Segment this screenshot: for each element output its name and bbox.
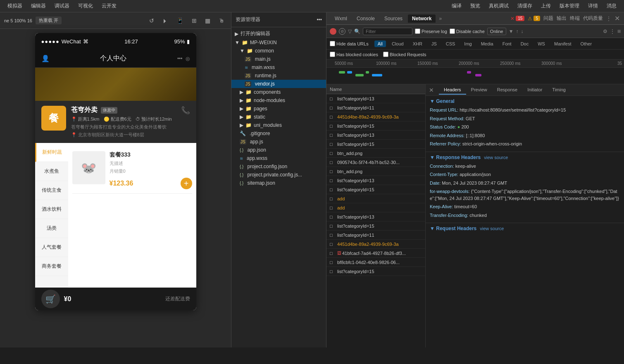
filter-tag-js[interactable]: JS (428, 40, 440, 47)
tree-pages[interactable]: ▶ 📁 pages (231, 105, 326, 113)
request-headers-title[interactable]: Request Headers (430, 226, 476, 231)
throttle-down-icon[interactable]: ▼ (509, 29, 514, 34)
filter-tag-img[interactable]: Img (461, 40, 475, 47)
cart-icon[interactable]: 🛒 (41, 290, 60, 308)
tree-vendor-js[interactable]: JS vendor.js (231, 80, 326, 88)
more-tabs-icon[interactable]: » (437, 16, 444, 21)
menu-debugger[interactable]: 调试器 (51, 0, 73, 12)
close-devtools-btn[interactable]: ✕ (614, 14, 620, 22)
menu-compile[interactable]: 编译 (448, 0, 465, 12)
tree-app-json[interactable]: {.} app.json (231, 146, 326, 154)
network-row[interactable]: □ add (326, 203, 425, 212)
filter-tag-font[interactable]: Font (499, 40, 515, 47)
issues-btn[interactable]: 问题 (543, 15, 553, 22)
menu-editor[interactable]: 编辑器 (28, 0, 49, 12)
online-btn[interactable]: Online (487, 28, 506, 35)
h-tab-headers[interactable]: Headers (439, 86, 466, 95)
output-btn[interactable]: 输出 (557, 15, 567, 22)
more-icon[interactable]: ••• (177, 56, 183, 62)
network-row[interactable]: □ list?categoryId=13 (326, 176, 425, 185)
filter-tag-xhr[interactable]: XHR (410, 40, 426, 47)
project-root[interactable]: ▼ 📁 MP-WEIXIN (231, 38, 326, 47)
cat-popular[interactable]: 人气套餐 (35, 238, 68, 257)
filter-input[interactable] (363, 28, 412, 35)
terminal-btn[interactable]: 终端 (570, 15, 580, 22)
network-row[interactable]: □ btn_add.png (326, 167, 425, 176)
menu-real-debug[interactable]: 真机调试 (486, 0, 512, 12)
cat-staple[interactable]: 传统主食 (35, 181, 68, 200)
tree-main-js[interactable]: JS main.js (231, 55, 326, 63)
more-controls-icon[interactable]: ⋮ (610, 29, 615, 34)
hide-data-urls-checkbox[interactable]: Hide data URLs (330, 41, 369, 46)
network-row[interactable]: □ 🖼 41bfcacf-7ad4-4927-8b26-df3... (326, 249, 425, 258)
menu-detail[interactable]: 详情 (585, 0, 601, 12)
network-row[interactable]: □ 4451d4be-89a2-4939-9c69-3a (326, 112, 425, 121)
cat-soup[interactable]: 汤类 (35, 219, 68, 238)
scan-icon[interactable]: ◎ (186, 56, 190, 62)
network-row[interactable]: □ list?categoryId=11 (326, 231, 425, 240)
tree-app-js[interactable]: JS app.js (231, 138, 326, 146)
cat-fresh-veg[interactable]: 新鲜时蔬 (35, 143, 68, 162)
filter-tag-css[interactable]: CSS (443, 40, 459, 47)
close-request-btn[interactable]: ✕ (426, 87, 437, 93)
file-panel-more[interactable]: ••• (317, 17, 322, 23)
devtools-tab-wxml[interactable]: Wxml (331, 14, 351, 23)
tree-gitignore[interactable]: 🔧 .gitignore (231, 129, 326, 138)
menu-upload[interactable]: 上传 (538, 0, 554, 12)
tree-sitemap[interactable]: {.} sitemap.json (231, 179, 326, 187)
opened-editors-section[interactable]: ▶ 打开的编辑器 (231, 29, 326, 38)
back-icon[interactable]: 👤 (41, 55, 50, 62)
phone-icon[interactable]: 📞 (181, 106, 190, 115)
network-row[interactable]: □ 4451d4be-89a2-4939-9c69-3a (326, 240, 425, 249)
phone-btn[interactable]: 📱 (174, 16, 186, 25)
network-row[interactable]: □ list?categoryId=13 (326, 131, 425, 140)
search-icon[interactable]: 🔍 (354, 29, 360, 34)
h-tab-response[interactable]: Response (492, 86, 523, 95)
split-btn[interactable]: ⊞ (189, 16, 199, 25)
h-tab-initiator[interactable]: Initiator (522, 86, 547, 95)
tree-runtime-js[interactable]: JS runtime.js (231, 71, 326, 80)
menu-cloud[interactable]: 云开发 (98, 0, 120, 12)
menu-message[interactable]: 消息 (603, 0, 620, 12)
network-row[interactable]: □ add (326, 194, 425, 203)
settings-icon[interactable]: ⚙ (603, 29, 607, 34)
network-row[interactable]: □ list?categoryId=15 (326, 185, 425, 194)
menu-simulator[interactable]: 模拟器 (4, 0, 26, 12)
devtools-tab-network[interactable]: Network (408, 14, 436, 23)
more-menu-icon[interactable]: ⋮ (606, 16, 611, 21)
filter-tag-ws[interactable]: WS (534, 40, 548, 47)
tree-project-private[interactable]: {.} project.private.config.js... (231, 171, 326, 179)
devtools-tab-sources[interactable]: Sources (380, 14, 407, 23)
filter-tag-other[interactable]: Other (577, 40, 595, 47)
network-row[interactable]: □ 0905743c-5f74-4b7f-bc52-30... (326, 158, 425, 167)
refresh-btn[interactable]: ↺ (147, 16, 157, 25)
network-row[interactable]: □ btn_add.png (326, 149, 425, 158)
devtools-tab-console[interactable]: Console (352, 14, 379, 23)
menu-visualize[interactable]: 可视化 (75, 0, 96, 12)
quality-btn[interactable]: 代码质量 (583, 15, 603, 22)
tree-common[interactable]: ▼ 📁 common (231, 47, 326, 55)
grid-btn[interactable]: ▦ (202, 16, 213, 25)
filter-tag-manifest[interactable]: Manifest (551, 40, 575, 47)
network-row[interactable]: □ list?categoryId=11 (326, 103, 425, 112)
h-tab-preview[interactable]: Preview (466, 86, 492, 95)
filter-tag-all[interactable]: All (374, 40, 386, 47)
add-to-cart-btn[interactable]: + (181, 178, 192, 189)
play-btn[interactable]: ⏵ (160, 16, 171, 25)
filter-tag-doc[interactable]: Doc (517, 40, 532, 47)
blocked-req-checkbox[interactable]: Blocked Requests (383, 52, 426, 57)
cat-drinks[interactable]: 酒水饮料 (35, 200, 68, 219)
view-source-response[interactable]: view source (484, 155, 508, 160)
tree-static[interactable]: ▶ 📁 static (231, 113, 326, 121)
general-title[interactable]: General (430, 98, 620, 104)
h-tab-timing[interactable]: Timing (547, 86, 571, 95)
filter-tag-media[interactable]: Media (478, 40, 497, 47)
cat-business[interactable]: 商务套餐 (35, 257, 68, 276)
network-row[interactable]: □ list?categoryId=15 (326, 140, 425, 149)
filter-tag-cloud[interactable]: Cloud (388, 40, 407, 47)
network-row[interactable]: □ list?categoryId=15 (326, 221, 425, 231)
cursor-btn[interactable]: 🖱 (216, 16, 227, 25)
tree-node-modules[interactable]: ▶ 📁 node-modules (231, 96, 326, 105)
network-row[interactable]: □ list?categoryId=15 (326, 267, 425, 276)
menu-preview[interactable]: 预览 (467, 0, 483, 12)
